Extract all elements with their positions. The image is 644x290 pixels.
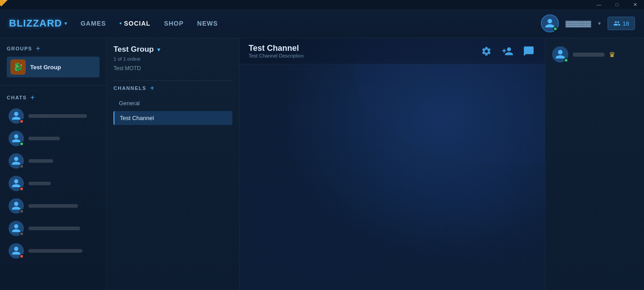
chat-header-left: Test Channel Test Channel Description bbox=[249, 44, 304, 58]
status-indicator bbox=[19, 254, 24, 259]
chats-section: CHATS + bbox=[0, 89, 106, 290]
chat-header: Test Channel Test Channel Description bbox=[240, 38, 545, 64]
group-header: Test Group ▾ bbox=[113, 45, 232, 54]
chat-messages-area bbox=[240, 64, 545, 290]
nav-games[interactable]: GAMES bbox=[81, 20, 106, 27]
list-item[interactable] bbox=[7, 106, 100, 126]
friends-count: 18 bbox=[623, 20, 629, 27]
nav-news[interactable]: NEWS bbox=[197, 20, 218, 27]
user-name-nav: ▓▓▓▓▓▓ bbox=[566, 20, 591, 27]
member-name bbox=[573, 53, 604, 57]
channel-item-general[interactable]: General bbox=[113, 96, 232, 110]
divider-1 bbox=[0, 85, 106, 86]
chat-name bbox=[28, 182, 51, 185]
chevron-down-icon[interactable]: ▾ bbox=[157, 46, 160, 53]
logo-arrow: ▾ bbox=[64, 20, 67, 27]
nav-social[interactable]: SOCIAL bbox=[119, 20, 150, 27]
list-item[interactable]: ♛ bbox=[545, 43, 644, 66]
minimize-button[interactable]: — bbox=[590, 0, 608, 9]
list-item[interactable] bbox=[7, 151, 100, 171]
groups-label: GROUPS bbox=[7, 46, 32, 51]
chat-name bbox=[28, 249, 82, 253]
avatar bbox=[9, 153, 24, 169]
add-channel-button[interactable]: + bbox=[150, 85, 154, 92]
list-item[interactable] bbox=[7, 196, 100, 216]
close-button[interactable]: ✕ bbox=[626, 0, 644, 9]
nav-items: GAMES SOCIAL SHOP NEWS bbox=[81, 20, 541, 27]
user-dropdown-arrow[interactable]: ▾ bbox=[598, 20, 601, 27]
friends-icon bbox=[613, 20, 621, 27]
crown-icon: ♛ bbox=[609, 50, 615, 59]
voice-chat-button[interactable] bbox=[522, 44, 536, 58]
main-layout: GROUPS + 🐉 Test Group CHATS + bbox=[0, 38, 644, 290]
chat-header-right bbox=[479, 44, 536, 58]
sidebar-right: ♛ bbox=[545, 38, 644, 290]
channels-label: CHANNELS bbox=[113, 85, 146, 91]
chat-bg-gradient bbox=[240, 64, 545, 290]
logo-text: BLIZZARD bbox=[9, 18, 62, 29]
chats-header: CHATS + bbox=[7, 94, 100, 101]
group-name: Test Group bbox=[30, 64, 61, 71]
group-item-test[interactable]: 🐉 Test Group bbox=[7, 57, 100, 77]
chats-label: CHATS bbox=[7, 95, 27, 100]
status-indicator bbox=[19, 232, 24, 236]
settings-button[interactable] bbox=[479, 44, 494, 58]
logo[interactable]: BLIZZARD ▾ bbox=[9, 18, 67, 29]
nav-right: ▓▓▓▓▓▓ ▾ 18 bbox=[541, 14, 635, 32]
middle-panel: Test Group ▾ 1 of 1 online Test MOTD CHA… bbox=[107, 38, 240, 290]
add-member-button[interactable] bbox=[500, 44, 515, 58]
chat-name bbox=[28, 114, 87, 118]
online-dot-nav bbox=[553, 27, 558, 31]
user-avatar-nav[interactable] bbox=[541, 14, 559, 32]
add-group-button[interactable]: + bbox=[36, 45, 40, 52]
groups-section: GROUPS + 🐉 Test Group bbox=[0, 38, 106, 82]
title-bar: — □ ✕ bbox=[0, 0, 644, 9]
gear-icon bbox=[481, 46, 492, 57]
divider-channels bbox=[113, 80, 232, 81]
avatar bbox=[9, 176, 24, 191]
list-item[interactable] bbox=[7, 218, 100, 239]
avatar bbox=[9, 221, 24, 236]
nav-shop[interactable]: SHOP bbox=[164, 20, 184, 27]
channel-name-header: Test Channel bbox=[249, 44, 304, 53]
beta-wrapper: BETA bbox=[0, 0, 18, 18]
list-item[interactable] bbox=[7, 128, 100, 149]
avatar bbox=[9, 108, 24, 124]
groups-header: GROUPS + bbox=[7, 45, 100, 52]
group-header-name: Test Group bbox=[113, 45, 154, 54]
avatar bbox=[9, 198, 24, 214]
channel-item-test[interactable]: Test Channel bbox=[113, 111, 232, 125]
chat-icon bbox=[523, 45, 535, 57]
chat-main: Test Channel Test Channel Description bbox=[240, 38, 545, 290]
add-chat-button[interactable]: + bbox=[31, 94, 35, 101]
status-indicator bbox=[564, 58, 568, 62]
status-indicator bbox=[19, 119, 24, 124]
chat-name bbox=[28, 204, 78, 208]
list-item[interactable] bbox=[7, 241, 100, 261]
avatar bbox=[9, 243, 24, 259]
user-icon bbox=[555, 49, 566, 60]
status-indicator bbox=[19, 209, 24, 214]
maximize-button[interactable]: □ bbox=[608, 0, 626, 9]
status-indicator bbox=[19, 142, 24, 146]
status-indicator bbox=[19, 187, 24, 191]
channels-header: CHANNELS + bbox=[113, 85, 232, 92]
group-icon: 🐉 bbox=[10, 59, 26, 75]
chat-name bbox=[28, 159, 53, 163]
beta-badge: BETA bbox=[0, 0, 17, 6]
channel-desc: Test Channel Description bbox=[249, 53, 304, 58]
online-count: 1 of 1 online bbox=[113, 56, 232, 62]
status-indicator bbox=[19, 164, 24, 169]
top-nav: BLIZZARD ▾ GAMES SOCIAL SHOP NEWS ▓▓▓▓▓▓… bbox=[0, 9, 644, 38]
avatar bbox=[9, 131, 24, 146]
avatar bbox=[552, 46, 568, 62]
friends-button[interactable]: 18 bbox=[608, 17, 635, 30]
add-member-icon bbox=[502, 45, 513, 57]
chat-name bbox=[28, 227, 80, 230]
chat-name bbox=[28, 137, 60, 140]
sidebar-left: GROUPS + 🐉 Test Group CHATS + bbox=[0, 38, 107, 290]
list-item[interactable] bbox=[7, 173, 100, 194]
motd-text: Test MOTD bbox=[113, 65, 232, 71]
